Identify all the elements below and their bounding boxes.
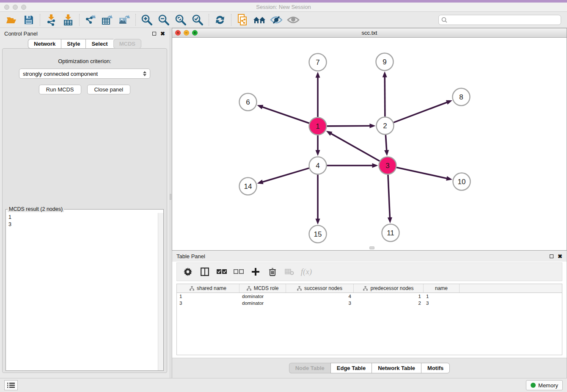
table-row: 3dominator323 bbox=[177, 300, 562, 306]
float-panel-icon[interactable] bbox=[152, 32, 156, 36]
float-table-panel-icon[interactable] bbox=[550, 254, 553, 258]
cell-shared-name[interactable]: 1 bbox=[177, 294, 239, 299]
add-column-icon[interactable] bbox=[250, 267, 261, 277]
import-table-button[interactable] bbox=[60, 13, 77, 27]
show-columns-icon[interactable] bbox=[200, 267, 210, 277]
arrowhead-4-15 bbox=[316, 219, 320, 225]
function-builder-icon[interactable]: f(x) bbox=[301, 267, 311, 277]
tab-motifs[interactable]: Motifs bbox=[421, 363, 450, 373]
search-icon bbox=[441, 17, 447, 23]
zoom-out-button[interactable] bbox=[155, 13, 172, 27]
cell-name[interactable]: 1 bbox=[424, 294, 460, 299]
arrowhead-3-10 bbox=[446, 176, 452, 181]
tab-select[interactable]: Select bbox=[85, 39, 113, 49]
tab-node-table[interactable]: Node Table bbox=[289, 363, 330, 373]
edge-3-1[interactable] bbox=[330, 133, 380, 161]
cell-MCDS-role[interactable]: dominator bbox=[239, 294, 286, 299]
duplicate-network-button[interactable] bbox=[234, 13, 251, 27]
criterion-select[interactable]: strongly connected component bbox=[19, 69, 150, 79]
window-title: Session: New Session bbox=[0, 4, 567, 10]
two-houses-icon bbox=[253, 15, 266, 25]
zoom-fit-button[interactable] bbox=[172, 13, 189, 27]
edge-3-10[interactable] bbox=[396, 168, 447, 179]
deselect-all-checkboxes-icon[interactable] bbox=[234, 267, 244, 277]
edge-3-11[interactable] bbox=[388, 174, 390, 218]
node-label-11: 11 bbox=[387, 229, 394, 237]
toolbar-separator bbox=[79, 14, 80, 26]
tab-style[interactable]: Style bbox=[61, 39, 85, 49]
arrowhead-2-8 bbox=[446, 100, 452, 105]
cell-predecessor-nodes[interactable]: 1 bbox=[354, 294, 424, 299]
control-panel-tabs: NetworkStyleSelectMCDS bbox=[0, 39, 169, 49]
close-panel-icon[interactable]: ✖ bbox=[160, 30, 165, 37]
cell-predecessor-nodes[interactable]: 2 bbox=[354, 301, 424, 306]
cell-name[interactable]: 3 bbox=[424, 301, 460, 306]
column-header-label: MCDS role bbox=[254, 285, 279, 291]
memory-button[interactable]: Memory bbox=[526, 380, 563, 390]
export-table-button[interactable] bbox=[99, 13, 116, 27]
node-label-4: 4 bbox=[316, 162, 319, 170]
cell-successor-nodes[interactable]: 3 bbox=[286, 301, 354, 306]
arrowhead-1-6 bbox=[257, 105, 263, 109]
node-label-14: 14 bbox=[244, 182, 252, 190]
export-image-icon bbox=[118, 14, 130, 26]
table-panel: Table Panel ✖ bbox=[172, 251, 567, 378]
show-all-button[interactable] bbox=[285, 13, 302, 27]
mcds-result-text[interactable]: 1 3 bbox=[6, 213, 158, 370]
import-network-button[interactable] bbox=[43, 13, 60, 27]
save-session-button[interactable] bbox=[20, 13, 37, 27]
settings-gear-icon[interactable] bbox=[183, 267, 193, 277]
tab-edge-table[interactable]: Edge Table bbox=[330, 363, 372, 373]
network-view-window: × − + scc.txt 1234678910111415 bbox=[172, 28, 567, 251]
network-window-titlebar: × − + scc.txt bbox=[172, 28, 567, 38]
zoom-in-button[interactable] bbox=[138, 13, 155, 27]
edge-2-9[interactable] bbox=[385, 76, 385, 116]
delete-table-icon[interactable] bbox=[284, 267, 295, 277]
vertical-splitter[interactable] bbox=[169, 28, 172, 378]
network-canvas[interactable]: 1234678910111415 bbox=[172, 38, 567, 250]
run-mcds-button[interactable]: Run MCDS bbox=[39, 85, 81, 94]
node-label-2: 2 bbox=[383, 122, 387, 130]
search-input[interactable] bbox=[449, 17, 558, 23]
export-network-button[interactable] bbox=[82, 13, 99, 27]
export-network-icon bbox=[85, 14, 96, 26]
hide-selected-button[interactable] bbox=[268, 13, 285, 27]
edge-4-14[interactable] bbox=[262, 168, 309, 182]
close-table-panel-icon[interactable]: ✖ bbox=[558, 253, 562, 259]
arrowhead-1-2 bbox=[369, 124, 375, 128]
cell-shared-name[interactable]: 3 bbox=[177, 301, 239, 306]
criterion-selected-value: strongly connected component bbox=[23, 71, 98, 77]
column-header-successor-nodes[interactable]: successor nodes bbox=[286, 284, 354, 293]
splitter-grabber[interactable] bbox=[170, 194, 171, 200]
node-label-6: 6 bbox=[246, 98, 250, 106]
edge-2-8[interactable] bbox=[394, 102, 448, 122]
cell-MCDS-role[interactable]: dominator bbox=[239, 301, 286, 306]
tab-mcds[interactable]: MCDS bbox=[113, 39, 141, 49]
delete-columns-icon[interactable] bbox=[267, 267, 278, 277]
first-neighbors-button[interactable] bbox=[251, 13, 268, 27]
result-scrollbar[interactable] bbox=[158, 213, 163, 370]
search-field[interactable] bbox=[438, 15, 561, 25]
edge-1-2[interactable] bbox=[327, 126, 370, 126]
apply-preferred-layout-button[interactable] bbox=[212, 13, 228, 27]
table-header-row: shared nameMCDS rolesuccessor nodesprede… bbox=[177, 284, 562, 293]
column-header-shared-name[interactable]: shared name bbox=[177, 284, 239, 293]
task-history-button[interactable] bbox=[4, 380, 18, 390]
edge-1-6[interactable] bbox=[262, 107, 309, 123]
status-bar: Memory bbox=[0, 378, 567, 392]
tab-network-table[interactable]: Network Table bbox=[372, 363, 421, 373]
edge-2-3[interactable] bbox=[385, 135, 386, 151]
open-session-button[interactable] bbox=[3, 13, 20, 27]
export-image-button[interactable] bbox=[116, 13, 133, 27]
close-panel-button[interactable]: Close panel bbox=[87, 85, 131, 94]
canvas-resize-grabber[interactable] bbox=[369, 246, 374, 249]
save-floppy-icon bbox=[24, 15, 34, 25]
column-header-MCDS-role[interactable]: MCDS role bbox=[239, 284, 286, 293]
node-label-15: 15 bbox=[314, 230, 322, 238]
column-header-predecessor-nodes[interactable]: predecessor nodes bbox=[354, 284, 424, 293]
zoom-selected-button[interactable] bbox=[189, 13, 206, 27]
cell-successor-nodes[interactable]: 4 bbox=[286, 294, 354, 299]
select-all-checkboxes-icon[interactable] bbox=[217, 267, 227, 277]
column-header-name[interactable]: name bbox=[424, 284, 460, 293]
tab-network[interactable]: Network bbox=[28, 39, 61, 49]
